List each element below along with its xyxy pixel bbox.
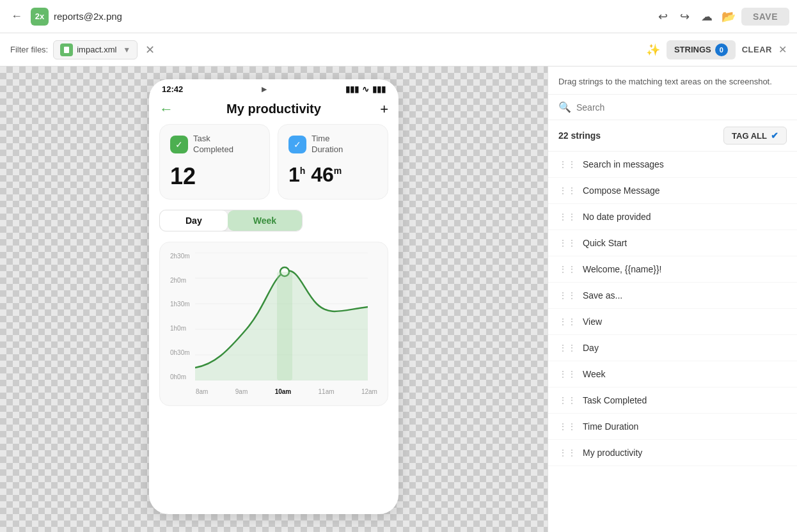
save-button[interactable]: SAVE (741, 8, 789, 26)
toolbar-right: ↩ ↪ ☁ 📂 SAVE (654, 8, 789, 26)
clear-button[interactable]: CLEAR (742, 45, 772, 54)
phone-back-button[interactable]: ← (159, 101, 173, 118)
list-item[interactable]: ⋮⋮ Search in messages (548, 152, 797, 178)
time-value: 1h 46m (288, 163, 377, 187)
phone-mockup: 12:42 ▶ ▮▮▮ ∿ ▮▮▮ ← My productivity + ✓ (149, 79, 398, 514)
undo-button[interactable]: ↩ (654, 8, 672, 26)
day-toggle-button[interactable]: Day (160, 210, 228, 231)
folder-button[interactable]: 📂 (720, 8, 738, 26)
time-label: Time Duration (312, 134, 343, 155)
list-item[interactable]: ⋮⋮ Week (548, 361, 797, 387)
filter-file-name: impact.xml (77, 45, 116, 54)
toolbar: ← 2x reports@2x.png ↩ ↪ ☁ 📂 SAVE (0, 0, 797, 33)
stats-grid: ✓ Task Completed 12 ✓ Time Duration 1h 4… (149, 124, 398, 210)
drag-handle-icon: ⋮⋮ (558, 159, 576, 169)
time-duration-card: ✓ Time Duration 1h 46m (278, 124, 388, 199)
location-icon: ▶ (262, 86, 267, 93)
chart-container: 2h30m 2h0m 1h30m 1h0m 0h30m 0h0m (170, 253, 377, 383)
panel-hint: Drag strings to the matching text areas … (548, 66, 797, 95)
drag-handle-icon: ⋮⋮ (558, 369, 576, 379)
svg-rect-8 (277, 272, 292, 380)
minute-unit: m (334, 166, 342, 176)
y-axis: 2h30m 2h0m 1h30m 1h0m 0h30m 0h0m (170, 253, 195, 380)
file-icon (60, 43, 73, 56)
string-text: Save as... (583, 290, 622, 301)
upload-button[interactable]: ☁ (698, 8, 716, 26)
list-item[interactable]: ⋮⋮ Save as... (548, 283, 797, 309)
task-value: 12 (170, 163, 259, 190)
list-item[interactable]: ⋮⋮ Time Duration (548, 414, 797, 440)
magic-wand-icon[interactable]: ✨ (646, 43, 660, 57)
x-label-8am: 8am (196, 388, 208, 395)
string-text: Time Duration (583, 421, 638, 432)
string-text: Welcome, {{name}}! (583, 264, 661, 274)
svg-rect-0 (64, 47, 69, 53)
string-text: Day (583, 343, 599, 353)
list-item[interactable]: ⋮⋮ Task Completed (548, 387, 797, 414)
canvas-area: 12:42 ▶ ▮▮▮ ∿ ▮▮▮ ← My productivity + ✓ (0, 66, 548, 532)
drag-handle-icon: ⋮⋮ (558, 317, 576, 327)
list-item[interactable]: ⋮⋮ View (548, 309, 797, 335)
list-item[interactable]: ⋮⋮ Welcome, {{name}}! (548, 256, 797, 283)
redo-button[interactable]: ↪ (676, 8, 694, 26)
phone-page-title: My productivity (226, 102, 321, 116)
filter-label: Filter files: (10, 45, 48, 54)
list-item[interactable]: ⋮⋮ No date provided (548, 204, 797, 230)
chart-svg (195, 253, 377, 383)
filter-close-button[interactable]: ✕ (145, 43, 155, 57)
tag-all-check-icon: ✔ (771, 130, 778, 141)
drag-handle-icon: ⋮⋮ (558, 395, 576, 405)
x-label-12am: 12am (361, 388, 377, 395)
task-check-icon: ✓ (170, 136, 188, 153)
string-text: Task Completed (583, 395, 647, 405)
tag-all-button[interactable]: TAG ALL ✔ (723, 127, 787, 145)
strings-count-row: 22 strings TAG ALL ✔ (548, 120, 797, 152)
x-label-9am: 9am (235, 388, 248, 395)
strings-count-label: 22 strings (558, 130, 601, 141)
time-hours: 1 (288, 163, 300, 186)
hour-unit: h (300, 166, 306, 176)
drag-handle-icon: ⋮⋮ (558, 421, 576, 432)
app-icon: 2x (31, 8, 49, 26)
search-box: 🔍 (548, 95, 797, 120)
time-minutes: 46 (311, 163, 334, 186)
drag-handle-icon: ⋮⋮ (558, 343, 576, 353)
y-label-4: 0h30m (170, 349, 190, 356)
list-item[interactable]: ⋮⋮ Day (548, 335, 797, 361)
status-icons: ▮▮▮ ∿ ▮▮▮ (345, 84, 386, 94)
filter-right: ✨ STRINGS 0 CLEAR ✕ (646, 40, 787, 59)
phone-header: ← My productivity + (149, 97, 398, 124)
back-button[interactable]: ← (8, 8, 26, 26)
search-input[interactable] (576, 102, 787, 113)
list-item[interactable]: ⋮⋮ Quick Start (548, 230, 797, 256)
list-item[interactable]: ⋮⋮ My productivity (548, 440, 797, 466)
drag-handle-icon: ⋮⋮ (558, 238, 576, 248)
chevron-down-icon: ▼ (123, 45, 130, 54)
day-week-toggle: Day Week (159, 210, 303, 231)
phone-add-button[interactable]: + (380, 101, 388, 118)
strings-count-badge: 0 (715, 43, 728, 56)
y-label-2: 1h30m (170, 301, 190, 308)
toolbar-left: ← 2x reports@2x.png (8, 8, 649, 26)
x-axis: 8am 9am 10am 11am 12am (170, 383, 377, 395)
task-completed-card: ✓ Task Completed 12 (159, 124, 270, 199)
signal-icon: ▮▮▮ (345, 84, 359, 94)
x-label-10am: 10am (275, 388, 292, 395)
clear-close-icon[interactable]: ✕ (778, 43, 787, 56)
week-toggle-button[interactable]: Week (228, 210, 302, 231)
string-text: Search in messages (583, 159, 664, 169)
right-panel: Drag strings to the matching text areas … (548, 66, 797, 532)
drag-handle-icon: ⋮⋮ (558, 185, 576, 196)
y-label-0: 2h30m (170, 253, 190, 260)
filter-file-select[interactable]: impact.xml ▼ (53, 40, 138, 59)
drag-handle-icon: ⋮⋮ (558, 212, 576, 222)
wifi-icon: ∿ (362, 84, 369, 94)
battery-icon: ▮▮▮ (372, 84, 386, 94)
list-item[interactable]: ⋮⋮ Compose Message (548, 178, 797, 204)
task-label: Task Completed (193, 134, 233, 155)
drag-handle-icon: ⋮⋮ (558, 290, 576, 301)
chart-area: 2h30m 2h0m 1h30m 1h0m 0h30m 0h0m (159, 242, 388, 406)
string-text: Quick Start (583, 238, 627, 248)
strings-badge[interactable]: STRINGS 0 (667, 40, 736, 59)
string-text: Week (583, 369, 606, 379)
